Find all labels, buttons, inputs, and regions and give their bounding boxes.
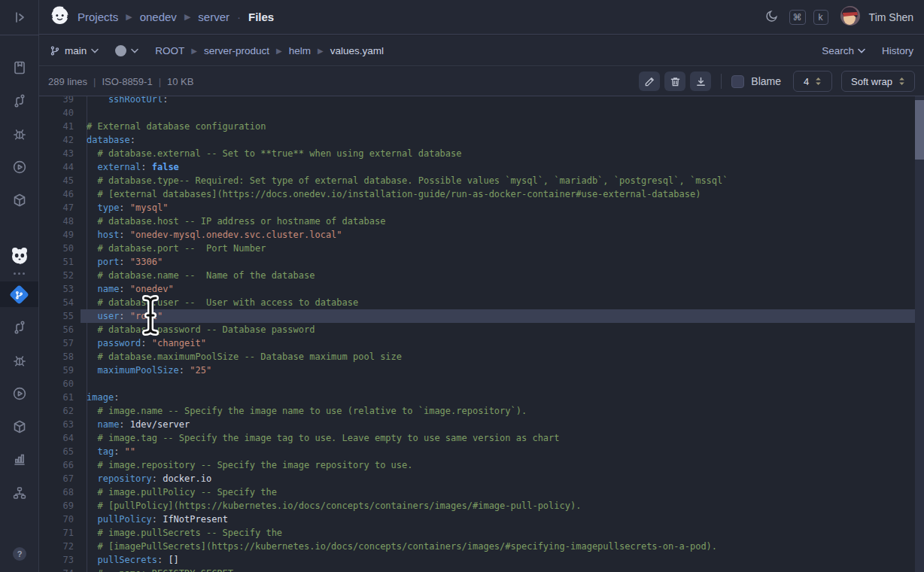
line-number[interactable]: 65 <box>39 445 81 458</box>
breadcrumb-projects[interactable]: Projects <box>78 11 118 23</box>
hierarchy-icon[interactable] <box>0 479 38 507</box>
package-icon[interactable] <box>0 187 38 214</box>
code-line[interactable]: 44 external: false <box>39 160 915 174</box>
line-number[interactable]: 46 <box>39 187 81 201</box>
code-line[interactable]: 47 type: "mysql" <box>39 201 915 214</box>
code-line[interactable]: 43 # database.external -- Set to **true*… <box>39 147 915 160</box>
code-line[interactable]: 39 sshRootUrl: <box>39 96 915 106</box>
code-editor[interactable]: 39 sshRootUrl:4041# External database co… <box>39 96 924 572</box>
code-line[interactable]: 42database: <box>39 133 915 147</box>
bug-icon[interactable] <box>0 120 38 148</box>
code-line[interactable]: 58 # database.maximumPoolSize -- Databas… <box>39 350 915 364</box>
code-line[interactable]: 46 # [external databases](https://docs.o… <box>39 187 915 201</box>
line-number[interactable]: 40 <box>39 106 81 120</box>
files-active-icon[interactable] <box>0 281 38 308</box>
download-button[interactable] <box>690 72 711 91</box>
pull-request-icon[interactable] <box>0 87 38 114</box>
line-number[interactable]: 66 <box>39 458 81 472</box>
line-number[interactable]: 43 <box>39 147 81 160</box>
more-dots-icon[interactable] <box>0 265 38 281</box>
line-number[interactable]: 52 <box>39 269 81 282</box>
branch-selector[interactable]: main <box>50 45 99 56</box>
expand-sidebar-icon[interactable] <box>0 4 38 31</box>
revision-selector[interactable] <box>115 45 138 56</box>
stats-icon[interactable] <box>0 446 38 473</box>
code-line[interactable]: 74 # - name: REGISTRY-SECRET <box>39 567 915 572</box>
code-line[interactable]: 53 name: "onedev" <box>39 282 915 296</box>
code-line[interactable]: 41# External database configuration <box>39 120 915 133</box>
code-line[interactable]: 65 tag: "" <box>39 445 915 458</box>
package-icon[interactable] <box>0 413 38 440</box>
code-docs-icon[interactable] <box>0 54 38 81</box>
delete-button[interactable] <box>664 72 685 91</box>
path-helm[interactable]: helm <box>289 45 311 56</box>
line-number[interactable]: 50 <box>39 242 81 255</box>
code-line[interactable]: 51 port: "3306" <box>39 255 915 269</box>
line-number[interactable]: 67 <box>39 472 81 485</box>
code-line[interactable]: 52 # database.name -- Name of the databa… <box>39 269 915 282</box>
code-line[interactable]: 73 pullSecrets: [] <box>39 553 915 567</box>
edit-button[interactable] <box>639 72 660 91</box>
wrap-mode-select[interactable]: Soft wrap <box>841 71 915 92</box>
code-line[interactable]: 71 # image.pullSecrets -- Specify the <box>39 526 915 540</box>
line-number[interactable]: 42 <box>39 133 81 147</box>
code-line[interactable]: 56 # database.password -- Database passw… <box>39 323 915 336</box>
breadcrumb-server[interactable]: server <box>198 11 229 23</box>
help-icon[interactable]: ? <box>0 540 38 567</box>
user-name[interactable]: Tim Shen <box>869 11 913 23</box>
code-line[interactable]: 50 # database.port -- Port Number <box>39 242 915 255</box>
path-server-product[interactable]: server-product <box>204 45 269 56</box>
line-number[interactable]: 64 <box>39 431 81 445</box>
line-number[interactable]: 62 <box>39 404 81 418</box>
line-number[interactable]: 58 <box>39 350 81 364</box>
line-number[interactable]: 73 <box>39 553 81 567</box>
scrollbar-thumb[interactable] <box>915 100 924 160</box>
code-line[interactable]: 45 # database.type-- Required: Set type … <box>39 174 915 187</box>
line-number[interactable]: 69 <box>39 499 81 513</box>
line-number[interactable]: 54 <box>39 296 81 309</box>
line-number[interactable]: 51 <box>39 255 81 269</box>
code-line[interactable]: 63 name: 1dev/server <box>39 418 915 431</box>
bug-icon[interactable] <box>0 347 38 374</box>
breadcrumb-onedev[interactable]: onedev <box>140 11 177 23</box>
line-number[interactable]: 56 <box>39 323 81 336</box>
history-link[interactable]: History <box>882 45 913 56</box>
avatar[interactable] <box>840 6 860 29</box>
line-number[interactable]: 70 <box>39 513 81 526</box>
line-number[interactable]: 55 <box>39 309 81 323</box>
line-number[interactable]: 61 <box>39 391 81 404</box>
path-root[interactable]: ROOT <box>155 45 184 56</box>
code-line[interactable]: 60 <box>39 377 915 391</box>
line-number[interactable]: 47 <box>39 201 81 214</box>
search-menu[interactable]: Search <box>822 45 865 56</box>
line-number[interactable]: 68 <box>39 485 81 499</box>
line-number[interactable]: 74 <box>39 567 81 572</box>
line-number[interactable]: 44 <box>39 160 81 174</box>
code-line[interactable]: 61image: <box>39 391 915 404</box>
onedev-logo-icon[interactable] <box>50 5 70 29</box>
code-line[interactable]: 70 pullPolicy: IfNotPresent <box>39 513 915 526</box>
dark-mode-moon-icon[interactable] <box>765 9 779 26</box>
line-number[interactable]: 59 <box>39 364 81 377</box>
line-number[interactable]: 45 <box>39 174 81 187</box>
code-line[interactable]: 40 <box>39 106 915 120</box>
line-number[interactable]: 49 <box>39 228 81 242</box>
line-number[interactable]: 72 <box>39 540 81 553</box>
scrollbar-track[interactable] <box>915 96 924 572</box>
code-line[interactable]: 59 maximumPoolSize: "25" <box>39 364 915 377</box>
code-line[interactable]: 62 # image.name -- Specify the image nam… <box>39 404 915 418</box>
code-line[interactable]: 54 # database.user -- User with access t… <box>39 296 915 309</box>
line-number[interactable]: 39 <box>39 96 81 106</box>
code-line[interactable]: 49 host: "onedev-mysql.onedev.svc.cluste… <box>39 228 915 242</box>
blame-checkbox[interactable] <box>731 75 744 88</box>
tab-size-select[interactable]: 4 <box>793 71 832 92</box>
pull-request-icon[interactable] <box>0 314 38 341</box>
code-line[interactable]: 67 repository: docker.io <box>39 472 915 485</box>
play-builds-icon[interactable] <box>0 380 38 407</box>
play-builds-icon[interactable] <box>0 154 38 181</box>
line-number[interactable]: 48 <box>39 214 81 228</box>
code-line[interactable]: 55 user: "root" <box>39 309 915 323</box>
line-number[interactable]: 60 <box>39 377 81 391</box>
code-line[interactable]: 48 # database.host -- IP address or host… <box>39 214 915 228</box>
line-number[interactable]: 63 <box>39 418 81 431</box>
